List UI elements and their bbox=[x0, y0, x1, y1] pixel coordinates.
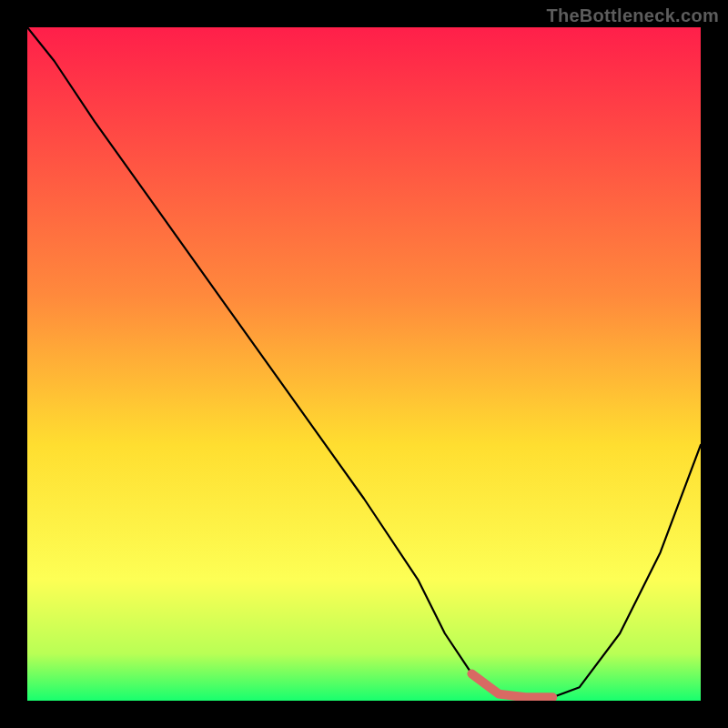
watermark-text: TheBottleneck.com bbox=[546, 5, 719, 26]
chart-stage: TheBottleneck.com bbox=[0, 0, 728, 728]
bottleneck-chart bbox=[0, 0, 728, 728]
gradient-background bbox=[27, 27, 701, 701]
